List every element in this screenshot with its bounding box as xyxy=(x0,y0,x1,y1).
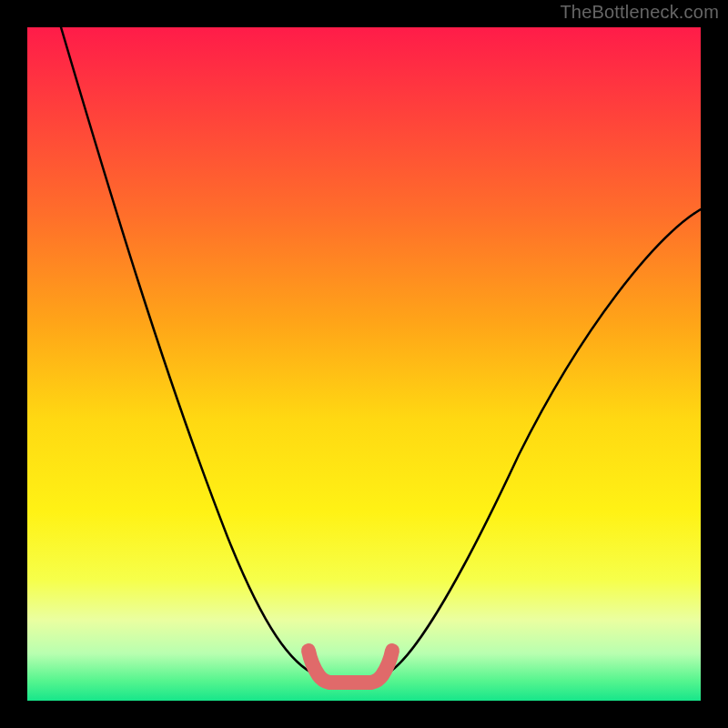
chart-frame: TheBottleneck.com xyxy=(0,0,728,728)
curve-layer xyxy=(27,27,701,701)
watermark-text: TheBottleneck.com xyxy=(560,2,719,23)
minimum-marker xyxy=(308,651,392,682)
plot-area xyxy=(27,27,701,701)
bottleneck-curve xyxy=(61,27,701,682)
